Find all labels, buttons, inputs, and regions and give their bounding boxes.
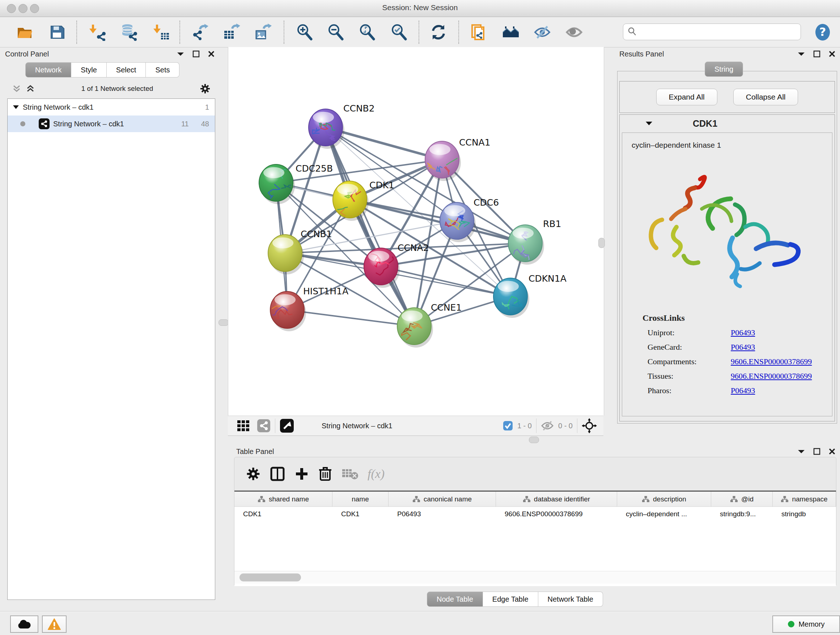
string-home-button[interactable] [501, 23, 520, 42]
section-disclosure-icon[interactable] [645, 121, 653, 126]
node-CCNE1[interactable]: CCNE1 [397, 302, 462, 348]
cdk1-section-header[interactable]: CDK1 [620, 115, 835, 132]
network-row-selected[interactable]: String Network – cdk1 11 48 [8, 116, 215, 132]
clone-network-button[interactable] [469, 23, 488, 42]
grid-view-icon[interactable] [237, 419, 250, 432]
expand-all-button[interactable]: Expand All [656, 89, 717, 105]
zoom-fit-button[interactable] [358, 23, 377, 42]
help-button[interactable]: ? [813, 23, 832, 42]
tab-string[interactable]: String [705, 62, 743, 77]
export-network-button[interactable] [191, 23, 210, 42]
search-field[interactable] [623, 24, 801, 40]
tab-select[interactable]: Select [107, 62, 146, 78]
table-cell[interactable]: stringdb:9... [711, 507, 773, 522]
tab-sets[interactable]: Sets [146, 62, 180, 78]
edge-CDK1-RB1[interactable] [350, 200, 525, 243]
import-network-file-button[interactable] [88, 23, 107, 42]
network-canvas[interactable]: CCNB2CCNA1CDC25BCDK1CDC6RB1CCNB1CCNA2CDK… [228, 47, 604, 416]
edge-HIST1H1A-CCNE1[interactable] [287, 310, 414, 326]
warnings-button[interactable] [42, 616, 66, 633]
crosslink-link[interactable]: P06493 [731, 342, 755, 352]
crosslink-link[interactable]: 9606.ENSP00000378699 [731, 371, 812, 380]
export-table-button[interactable] [222, 23, 241, 42]
close-panel-icon[interactable] [829, 448, 836, 455]
tab-edge-table[interactable]: Edge Table [483, 592, 538, 607]
tab-node-table[interactable]: Node Table [427, 592, 483, 607]
toolbar-separator [76, 21, 77, 44]
edge-CCNA2-CDKN1A[interactable] [381, 266, 510, 296]
navigator-toggle-icon[interactable] [279, 418, 294, 433]
zoom-in-button[interactable] [295, 23, 314, 42]
column-header-canonical-name[interactable]: canonical name [388, 492, 496, 507]
refresh-button[interactable] [429, 23, 448, 42]
add-column-icon[interactable] [294, 467, 309, 481]
show-columns-icon[interactable] [270, 466, 285, 481]
zoom-out-button[interactable] [326, 23, 345, 42]
node-table[interactable]: shared namenamecanonical namedatabase id… [234, 491, 836, 586]
horizontal-scrollbar[interactable] [234, 571, 836, 584]
column-header-description[interactable]: description [617, 492, 711, 507]
show-hidden-button[interactable] [565, 23, 584, 42]
zoom-selected-button[interactable] [390, 23, 409, 42]
close-panel-icon[interactable] [829, 50, 836, 57]
node-CDK1[interactable]: CDK1 [327, 180, 394, 221]
memory-button[interactable]: Memory [772, 616, 840, 633]
node-HIST1H1A[interactable]: HIST1H1A [265, 286, 348, 331]
node-RB1[interactable]: RB1 [508, 219, 561, 264]
table-cell[interactable]: stringdb [773, 507, 836, 522]
import-table-file-button[interactable] [152, 23, 171, 42]
crosslink-link[interactable]: P06493 [731, 386, 755, 395]
column-type-icon [257, 496, 265, 503]
table-cell[interactable]: cyclin–dependent ... [617, 507, 711, 522]
delete-column-icon[interactable] [318, 466, 332, 481]
table-cell[interactable]: 9606.ENSP00000378699 [496, 507, 617, 522]
table-row[interactable]: CDK1CDK1P064939606.ENSP00000378699cyclin… [234, 507, 836, 522]
expand-all-icon[interactable] [26, 84, 35, 93]
crosslink-link[interactable]: 9606.ENSP00000378699 [731, 357, 812, 366]
tab-network-table[interactable]: Network Table [538, 592, 603, 607]
table-settings-gear-icon[interactable] [246, 467, 261, 481]
left-splitter-handle[interactable] [218, 319, 229, 326]
clear-table-icon [341, 468, 358, 480]
crosslink-link[interactable]: P06493 [731, 328, 755, 337]
panel-menu-caret-icon[interactable] [797, 449, 805, 454]
cloud-button[interactable] [10, 616, 38, 633]
search-input[interactable] [638, 27, 795, 36]
network-options-gear-icon[interactable] [200, 83, 210, 94]
export-image-button[interactable] [254, 23, 272, 42]
tab-style[interactable]: Style [71, 62, 106, 78]
right-splitter-handle[interactable] [598, 238, 605, 248]
scrollbar-thumb[interactable] [240, 573, 301, 581]
table-cell[interactable]: P06493 [388, 507, 496, 522]
node-CDKN1A[interactable]: CDKN1A [493, 273, 567, 318]
column-header-shared-name[interactable]: shared name [234, 492, 332, 507]
table-cell[interactable]: CDK1 [332, 507, 388, 522]
panel-menu-caret-icon[interactable] [797, 51, 805, 57]
float-panel-icon[interactable] [193, 50, 200, 57]
import-network-database-button[interactable] [119, 23, 138, 42]
svg-text:?: ? [819, 25, 826, 39]
tab-network[interactable]: Network [25, 62, 71, 78]
bottom-splitter-handle[interactable] [529, 437, 539, 443]
column-header-@id[interactable]: @id [711, 492, 773, 507]
save-session-button[interactable] [48, 23, 66, 42]
network-view-mode-icon[interactable] [257, 419, 271, 432]
close-panel-icon[interactable] [208, 50, 215, 57]
hide-panels-button[interactable] [533, 23, 552, 42]
column-header-name[interactable]: name [332, 492, 388, 507]
column-header-namespace[interactable]: namespace [773, 492, 836, 507]
float-panel-icon[interactable] [813, 448, 821, 455]
disclosure-triangle-icon[interactable] [13, 105, 19, 109]
string-network-graph[interactable]: CCNB2CCNA1CDC25BCDK1CDC6RB1CCNB1CCNA2CDK… [228, 47, 604, 416]
float-panel-icon[interactable] [813, 50, 821, 57]
node-CCNA2[interactable]: CCNA2 [364, 242, 429, 288]
fit-content-crosshair-icon[interactable] [582, 418, 597, 433]
collapse-all-button[interactable]: Collapse All [733, 89, 798, 105]
open-file-button[interactable] [15, 23, 34, 42]
network-collection-row[interactable]: String Network – cdk1 1 [8, 99, 215, 116]
table-cell[interactable]: CDK1 [234, 507, 332, 522]
column-header-database-identifier[interactable]: database identifier [496, 492, 617, 507]
collapse-all-icon[interactable] [12, 84, 21, 93]
crosslink-row: GeneCard:P06493 [647, 342, 832, 352]
panel-menu-caret-icon[interactable] [177, 51, 185, 57]
